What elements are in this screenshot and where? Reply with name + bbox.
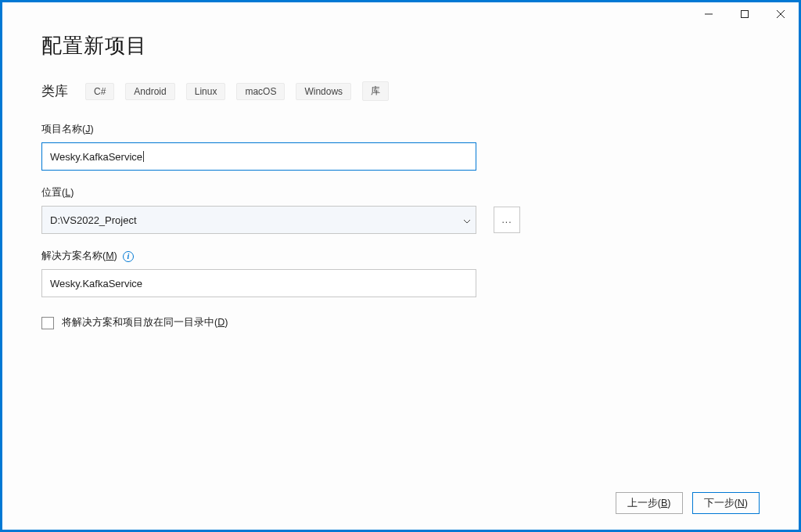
same-directory-row: 将解决方案和项目放在同一目录中(D) xyxy=(41,316,760,329)
filter-pill: Windows xyxy=(296,83,351,100)
close-icon xyxy=(777,10,785,18)
solution-name-input[interactable] xyxy=(41,269,476,297)
back-button[interactable]: 上一步(B) xyxy=(616,492,683,514)
browse-button[interactable]: ... xyxy=(494,207,520,233)
content-area: 配置新项目 类库 C# Android Linux macOS Windows … xyxy=(2,26,799,530)
footer: 上一步(B) 下一步(N) xyxy=(616,492,760,514)
filter-pill: 库 xyxy=(362,81,389,101)
text-caret xyxy=(143,151,144,162)
window-controls xyxy=(691,2,799,26)
maximize-icon xyxy=(741,10,749,18)
close-button[interactable] xyxy=(763,2,799,26)
filter-pill: C# xyxy=(85,83,114,100)
solution-name-group: 解决方案名称(M) i xyxy=(41,250,476,297)
minimize-button[interactable] xyxy=(691,2,727,26)
info-icon[interactable]: i xyxy=(123,251,134,262)
template-type-label: 类库 xyxy=(41,82,68,100)
page-title: 配置新项目 xyxy=(41,32,760,59)
filter-pill: Android xyxy=(125,83,174,100)
dialog-window: 配置新项目 类库 C# Android Linux macOS Windows … xyxy=(2,2,799,530)
same-directory-checkbox[interactable] xyxy=(41,317,54,329)
project-name-group: 项目名称(J) Wesky.KafkaService xyxy=(41,123,476,171)
titlebar xyxy=(2,2,799,26)
location-combo[interactable] xyxy=(41,206,476,234)
location-input[interactable] xyxy=(41,206,476,234)
filter-pill: Linux xyxy=(186,83,226,100)
location-label: 位置(L) xyxy=(41,186,760,200)
next-button[interactable]: 下一步(N) xyxy=(692,492,760,514)
filters-row: 类库 C# Android Linux macOS Windows 库 xyxy=(41,81,760,101)
minimize-icon xyxy=(705,10,713,18)
project-name-input[interactable]: Wesky.KafkaService xyxy=(41,142,476,171)
project-name-label: 项目名称(J) xyxy=(41,123,476,136)
same-directory-label: 将解决方案和项目放在同一目录中(D) xyxy=(62,316,228,329)
filter-pill: macOS xyxy=(236,83,285,100)
location-group: 位置(L) ... xyxy=(41,186,760,234)
svg-rect-1 xyxy=(742,11,749,18)
maximize-button[interactable] xyxy=(727,2,763,26)
solution-name-label: 解决方案名称(M) xyxy=(41,250,117,263)
